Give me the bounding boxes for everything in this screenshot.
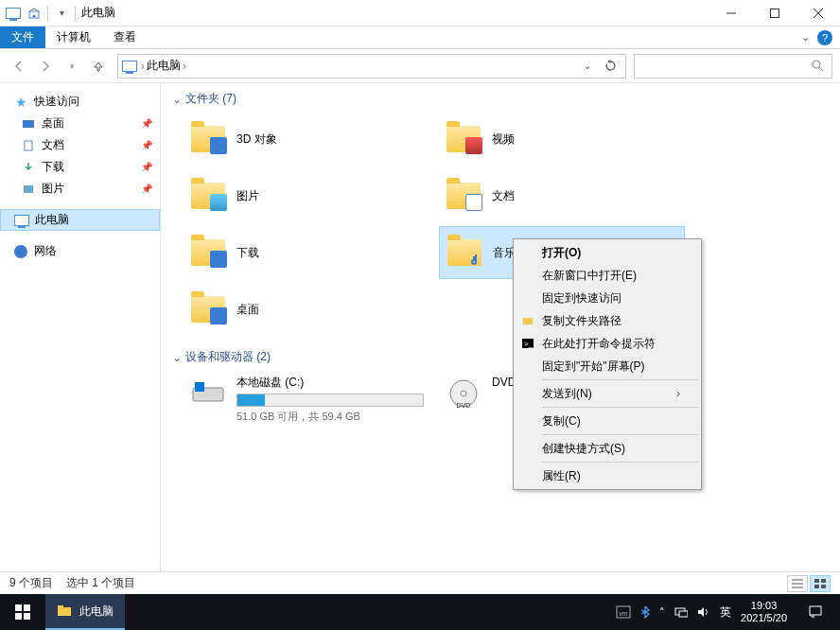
folder-label: 下载 xyxy=(236,245,259,261)
chevron-down-icon: ⌄ xyxy=(172,351,182,364)
folder-label: 文档 xyxy=(492,188,515,204)
ctx-properties[interactable]: 属性(R) xyxy=(516,464,699,487)
breadcrumb[interactable]: › 此电脑 › xyxy=(141,58,186,74)
status-bar: 9 个项目 选中 1 个项目 xyxy=(0,571,840,594)
svg-rect-22 xyxy=(821,579,826,583)
tab-view[interactable]: 查看 xyxy=(102,26,148,48)
drive-label: 本地磁盘 (C:) xyxy=(236,375,424,391)
refresh-button[interactable] xyxy=(599,55,621,78)
ctx-separator xyxy=(542,434,698,435)
folder-documents[interactable]: 文档 xyxy=(439,169,685,222)
desktop-icon xyxy=(21,116,36,131)
up-button[interactable] xyxy=(87,55,110,78)
folder-3d-objects[interactable]: 3D 对象 xyxy=(184,113,429,166)
address-bar[interactable]: › 此电脑 › ⌄ xyxy=(117,54,626,79)
tray-volume-icon[interactable] xyxy=(697,606,710,618)
tray-clock[interactable]: 19:03 2021/5/20 xyxy=(741,600,787,624)
sidebar-item-documents[interactable]: 文档 📌 xyxy=(0,134,160,156)
start-button[interactable] xyxy=(0,594,45,630)
sidebar-this-pc[interactable]: 此电脑 xyxy=(0,209,160,231)
pin-icon: 📌 xyxy=(141,162,152,172)
context-menu: 打开(O) 在新窗口中打开(E) 固定到快速访问 复制文件夹路径 >_在此处打开… xyxy=(513,238,702,490)
svg-rect-26 xyxy=(24,604,30,611)
title-bar: ▾ 此电脑 xyxy=(0,0,840,26)
ribbon-expand-icon[interactable]: ⌄ xyxy=(801,31,810,44)
pictures-icon xyxy=(21,182,36,197)
folder-desktop[interactable]: 桌面 xyxy=(184,283,429,336)
recent-dropdown[interactable]: ▾ xyxy=(61,55,83,78)
ctx-create-shortcut[interactable]: 创建快捷方式(S) xyxy=(516,437,699,460)
folder-icon xyxy=(189,234,227,271)
address-icon xyxy=(122,59,137,74)
tray-ime[interactable]: 英 xyxy=(720,604,731,621)
svg-text:DVD: DVD xyxy=(457,402,471,409)
tab-file[interactable]: 文件 xyxy=(0,26,45,48)
group-folders[interactable]: ⌄ 文件夹 (7) xyxy=(172,91,829,107)
folder-icon xyxy=(189,177,227,215)
ctx-send-to[interactable]: 发送到(N)› xyxy=(516,382,699,405)
drive-icon xyxy=(189,375,227,412)
ctx-copy[interactable]: 复制(C) xyxy=(516,410,699,432)
ctx-pin-quick[interactable]: 固定到快速访问 xyxy=(516,287,699,309)
qat-dropdown-icon[interactable]: ▾ xyxy=(54,6,69,21)
sidebar-network[interactable]: 网络 xyxy=(0,240,160,262)
ctx-open-new-window[interactable]: 在新窗口中打开(E) xyxy=(516,264,699,287)
folder-label: 桌面 xyxy=(236,302,259,318)
svg-rect-23 xyxy=(814,585,819,588)
folder-icon xyxy=(189,290,227,328)
view-icons-button[interactable] xyxy=(810,575,831,592)
ctx-open-cmd[interactable]: >_在此处打开命令提示符 xyxy=(516,332,699,355)
taskbar-explorer[interactable]: 此电脑 xyxy=(45,594,125,630)
content-pane: ⌄ 文件夹 (7) 3D 对象 视频 图片 文档 下载 xyxy=(161,83,840,571)
forward-button[interactable] xyxy=(34,55,57,78)
tray-bluetooth-icon[interactable] xyxy=(640,605,650,619)
search-input[interactable] xyxy=(634,54,832,79)
maximize-button[interactable] xyxy=(753,0,796,26)
clock-date: 2021/5/20 xyxy=(741,612,787,624)
svg-rect-28 xyxy=(24,613,30,620)
svg-rect-2 xyxy=(771,9,779,17)
clock-time: 19:03 xyxy=(751,600,778,612)
ctx-separator xyxy=(542,379,698,380)
sidebar-item-label: 下载 xyxy=(42,159,64,175)
folder-pictures[interactable]: 图片 xyxy=(184,169,429,222)
downloads-icon xyxy=(21,160,36,175)
drive-c[interactable]: 本地磁盘 (C:) 51.0 GB 可用，共 59.4 GB xyxy=(184,371,429,428)
folder-videos[interactable]: 视频 xyxy=(439,113,685,166)
chevron-down-icon: ⌄ xyxy=(172,93,182,106)
close-button[interactable] xyxy=(796,0,840,26)
ctx-copy-path[interactable]: 复制文件夹路径 xyxy=(516,309,699,332)
svg-rect-15 xyxy=(523,318,533,324)
sidebar-item-desktop[interactable]: 桌面 📌 xyxy=(0,113,160,134)
view-details-button[interactable] xyxy=(787,575,808,592)
sidebar-item-label: 此电脑 xyxy=(35,212,69,228)
back-button[interactable] xyxy=(8,55,30,78)
svg-rect-8 xyxy=(25,141,32,150)
folder-icon xyxy=(445,177,482,215)
svg-rect-9 xyxy=(24,185,33,193)
ctx-open[interactable]: 打开(O) xyxy=(516,241,699,264)
tray-vm-icon[interactable]: vm xyxy=(616,605,631,619)
svg-rect-34 xyxy=(679,611,688,617)
ctx-pin-start[interactable]: 固定到"开始"屏幕(P) xyxy=(516,355,699,377)
ribbon-tabs: 文件 计算机 查看 ⌄ ? xyxy=(0,26,840,49)
svg-point-5 xyxy=(813,61,820,68)
sidebar-item-pictures[interactable]: 图片 📌 xyxy=(0,178,160,200)
tab-computer[interactable]: 计算机 xyxy=(45,26,102,48)
sidebar-quick-access[interactable]: 快速访问 xyxy=(0,91,160,113)
address-dropdown[interactable]: ⌄ xyxy=(576,55,599,78)
tray-chevron-up-icon[interactable]: ˄ xyxy=(659,606,665,619)
folder-downloads[interactable]: 下载 xyxy=(184,226,429,279)
svg-rect-35 xyxy=(810,606,821,615)
sidebar-item-label: 桌面 xyxy=(42,115,64,131)
tray-notifications[interactable] xyxy=(796,594,834,630)
sidebar-item-label: 快速访问 xyxy=(34,94,79,110)
group-drives[interactable]: ⌄ 设备和驱动器 (2) xyxy=(172,349,829,365)
minimize-button[interactable] xyxy=(709,0,753,26)
svg-line-6 xyxy=(819,67,823,71)
sidebar-item-downloads[interactable]: 下载 📌 xyxy=(0,156,160,178)
group-label: 文件夹 (7) xyxy=(185,91,236,107)
tray-network-icon[interactable] xyxy=(674,606,688,618)
qat-props-icon[interactable] xyxy=(26,6,42,21)
help-icon[interactable]: ? xyxy=(817,30,832,45)
